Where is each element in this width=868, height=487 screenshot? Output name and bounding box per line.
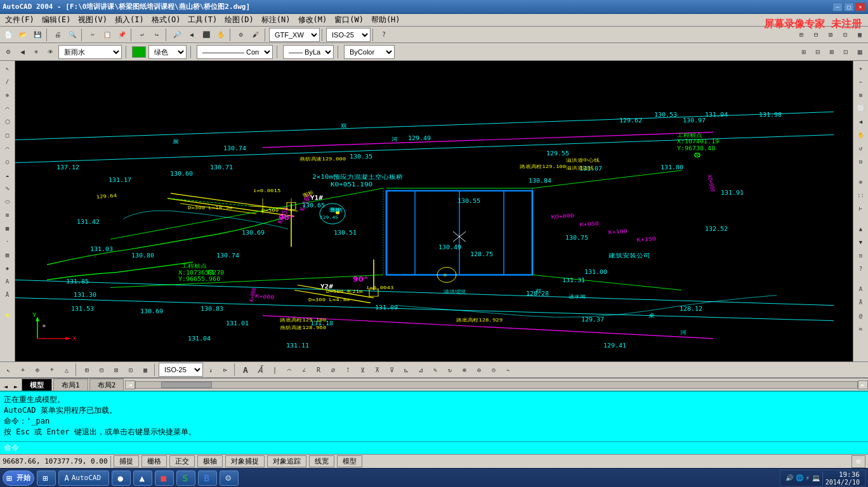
layer-prev-btn[interactable]: ◀: [16, 46, 28, 58]
scroll-left[interactable]: ◄: [125, 380, 135, 389]
anno-btn3[interactable]: ⊕: [30, 363, 44, 377]
model-status-btn[interactable]: 模型: [337, 455, 362, 467]
grid-btn[interactable]: ::: [855, 189, 867, 202]
text-style-r[interactable]: A: [855, 283, 867, 295]
tab-prev[interactable]: ◄: [1, 382, 10, 391]
command-input-line[interactable]: 命令: [0, 441, 868, 454]
zoom-all-btn[interactable]: ⊞: [855, 89, 867, 101]
mtext-r[interactable]: Ā: [855, 296, 867, 309]
xline-btn[interactable]: ⊕: [1, 89, 14, 101]
tray-icon2[interactable]: 🌐: [796, 474, 803, 481]
extra-btn4[interactable]: ⊡: [838, 28, 852, 42]
zoom-prev-r-btn[interactable]: ◀: [855, 115, 867, 128]
region-btn[interactable]: ◈: [1, 262, 14, 275]
anno-btn-ord[interactable]: ⊺: [341, 363, 355, 377]
anno-btnA[interactable]: A: [239, 363, 253, 377]
paste-btn[interactable]: 📌: [115, 28, 129, 42]
undo-btn[interactable]: ↩: [135, 28, 149, 42]
taskbar-app-5[interactable]: S: [176, 471, 195, 486]
new-btn[interactable]: 📄: [1, 28, 15, 42]
command-input[interactable]: [19, 444, 864, 453]
h-scrollbar[interactable]: ◄ ►: [125, 381, 868, 389]
plotstyle-dropdown[interactable]: ByColor: [344, 45, 395, 59]
anno-btn-ax[interactable]: ✁: [501, 363, 515, 377]
tab-next[interactable]: ►: [11, 382, 20, 391]
anno-btn-ob[interactable]: ⊝: [487, 363, 501, 377]
aerial-btn[interactable]: ⊟: [855, 155, 867, 168]
ellipse-btn[interactable]: ⬭: [1, 195, 14, 208]
line-btn[interactable]: /: [1, 75, 14, 88]
anno-btn9[interactable]: ⊡: [124, 363, 138, 377]
anno-btn-arc[interactable]: ⌒: [282, 363, 296, 377]
anno-btnAI[interactable]: Ā: [253, 363, 267, 377]
layer-dropdown[interactable]: 新雨水: [58, 45, 122, 59]
menu-format[interactable]: 格式(O): [148, 14, 185, 26]
minimize-button[interactable]: —: [832, 3, 843, 11]
tray-icon3[interactable]: ⚡: [806, 474, 810, 481]
anno-btn11[interactable]: ↓: [204, 363, 218, 377]
ortho-btn[interactable]: ⊢: [855, 202, 867, 215]
revision-btn[interactable]: ☁: [1, 169, 14, 181]
color-swatch[interactable]: [132, 46, 146, 58]
anno-btn-upd[interactable]: ↻: [443, 363, 457, 377]
font-selector[interactable]: GTF_XW: [269, 28, 320, 42]
tray-icon4[interactable]: 💻: [812, 474, 820, 481]
zoom-window-r-btn[interactable]: ⬜: [855, 102, 867, 115]
zoom-extent-btn[interactable]: ⬛: [199, 28, 213, 42]
anno-btn-ang[interactable]: ∠: [297, 363, 311, 377]
menu-draw[interactable]: 绘图(D): [221, 14, 258, 26]
color-dropdown[interactable]: 绿色: [148, 45, 187, 59]
otrack-status-btn[interactable]: 对象追踪: [267, 455, 306, 467]
layer-extra5[interactable]: ▦: [854, 46, 865, 58]
anno-btn-tol[interactable]: ⊻: [355, 363, 369, 377]
anno-btn10[interactable]: ▦: [138, 363, 152, 377]
scroll-right[interactable]: ►: [858, 380, 868, 389]
extra-btn1[interactable]: ⊞: [794, 28, 808, 42]
inquiry-r[interactable]: ?: [855, 263, 867, 275]
insert-btn[interactable]: ⊞: [1, 209, 14, 221]
taskbar-app-autocad[interactable]: AAutoCAD: [58, 471, 109, 486]
anno-btn-ctr[interactable]: ⊼: [370, 363, 384, 377]
layer-next-r[interactable]: ▼: [855, 236, 867, 249]
menu-help[interactable]: 帮助(H): [367, 14, 404, 26]
print-preview-btn[interactable]: 🔍: [65, 28, 79, 42]
layer-extra3[interactable]: ⊠: [826, 46, 838, 58]
ortho-status-btn[interactable]: 正交: [169, 455, 195, 467]
extra-btn2[interactable]: ⊟: [809, 28, 823, 42]
pan-r-btn[interactable]: ✋: [855, 129, 867, 141]
lweight-status-btn[interactable]: 线宽: [309, 455, 334, 467]
print-btn[interactable]: 🖨: [51, 28, 65, 42]
mtext-btn[interactable]: Ā: [1, 289, 14, 301]
menu-window[interactable]: 窗口(W): [331, 14, 367, 26]
menu-view[interactable]: 视图(V): [74, 14, 111, 26]
taskbar-app-4[interactable]: ■: [155, 471, 174, 486]
osnap-status-btn[interactable]: 对象捕捉: [225, 455, 265, 467]
circle-btn[interactable]: ○: [1, 155, 14, 168]
linetype-dropdown[interactable]: —————— Continuous: [197, 45, 273, 59]
matchprop-btn[interactable]: 🖌: [249, 28, 263, 42]
anno-btn-rad[interactable]: R: [312, 363, 326, 377]
taskbar-app-3[interactable]: ▲: [133, 471, 152, 486]
menu-tools[interactable]: 工具(T): [184, 14, 221, 26]
taskbar-app-7[interactable]: ☺: [220, 471, 239, 486]
anno-btn4[interactable]: ⌖: [45, 363, 59, 377]
textsize-selector[interactable]: ISO-25: [326, 28, 371, 42]
layer-extra1[interactable]: ⊞: [798, 46, 810, 58]
attdit-r[interactable]: ∞: [855, 323, 867, 335]
spline-btn[interactable]: ∿: [1, 182, 14, 195]
anno-btn-bas[interactable]: ⊽: [385, 363, 398, 377]
anno-btn5[interactable]: △: [60, 363, 74, 377]
anno-btnB[interactable]: |: [268, 363, 282, 377]
menu-insert[interactable]: 插入(I): [111, 14, 148, 26]
anno-btn-qld[interactable]: ⊿: [414, 363, 428, 377]
help-btn[interactable]: ?: [377, 28, 391, 42]
attdef-r[interactable]: @: [855, 309, 867, 322]
layer-prev-r[interactable]: ▲: [855, 223, 867, 235]
pan-btn[interactable]: ✋: [214, 28, 228, 42]
drawing-canvas[interactable]: KO+000 K+050 K+100 K+150 K+000 K+050 K+1…: [15, 61, 853, 361]
properties-btn[interactable]: ⚙: [234, 28, 248, 42]
anno-btn-con[interactable]: ⊾: [399, 363, 413, 377]
rect-btn[interactable]: □: [1, 129, 14, 141]
zoom-prev-btn[interactable]: ◀: [185, 28, 199, 42]
anno-btn-st[interactable]: ⊛: [457, 363, 471, 377]
